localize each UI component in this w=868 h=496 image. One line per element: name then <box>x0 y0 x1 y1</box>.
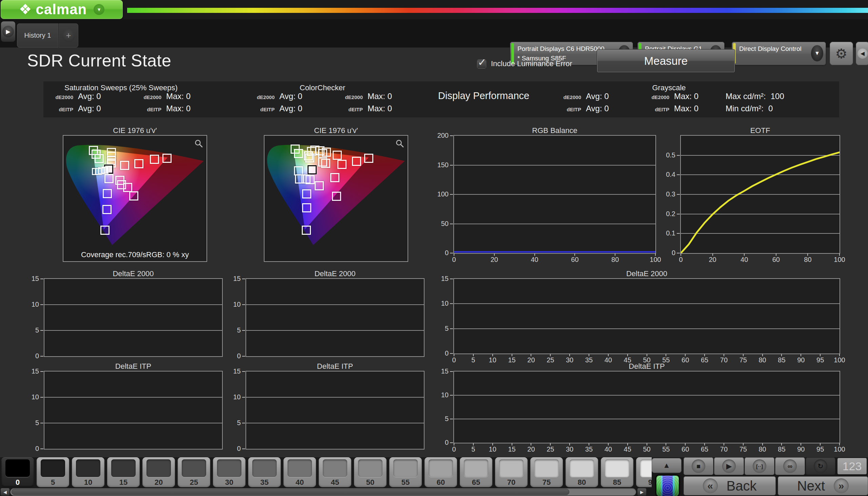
patch-30[interactable]: 30 <box>213 457 245 487</box>
loop-button[interactable]: ∞ <box>775 457 805 475</box>
patch-swatch <box>111 459 135 477</box>
x-tick-label: 20 <box>703 256 722 264</box>
x-tick-mark <box>704 354 705 356</box>
double-chevron-right-icon: » <box>834 478 849 493</box>
patch-90[interactable]: 90 <box>636 457 652 487</box>
y-tick-mark <box>242 397 245 398</box>
patch-60[interactable]: 60 <box>424 457 457 487</box>
patch-85[interactable]: 85 <box>601 457 633 487</box>
pattern-counter[interactable]: 123 <box>837 458 867 474</box>
stat-cell: dEITPAvg: 0 <box>51 104 101 113</box>
y-tick-mark <box>677 233 680 234</box>
chart-title: DeltaE 2000 <box>44 269 222 278</box>
min-cd-label: Min cd/m²: <box>726 104 763 113</box>
cie-target-square <box>120 161 129 170</box>
x-tick-mark <box>550 443 551 446</box>
patch-swatch <box>534 459 559 477</box>
stat-cell: dEITPAvg: 0 <box>252 104 303 113</box>
metric-label: dEITP <box>139 107 161 112</box>
patch-scrollbar-thumb[interactable] <box>12 489 569 495</box>
patch-swatch <box>640 459 652 477</box>
x-tick-label: 15 <box>502 446 521 453</box>
calman-menu-button[interactable]: ❖ calman ▼ <box>1 0 123 19</box>
cie-target-square <box>352 157 361 166</box>
patch-0[interactable]: 0 <box>1 457 34 487</box>
patch-10[interactable]: 10 <box>72 457 105 487</box>
x-tick-mark <box>454 354 454 356</box>
patch-panel-expand-button[interactable]: ▲ <box>652 458 681 473</box>
zoom-magnifier-icon[interactable] <box>395 139 404 148</box>
step-button[interactable]: [··] <box>744 457 774 475</box>
patch-75[interactable]: 75 <box>530 457 563 487</box>
measure-button[interactable]: Measure <box>597 49 735 73</box>
layout-expand-button[interactable]: ▶ <box>1 21 15 42</box>
x-tick-mark <box>781 354 782 356</box>
y-tick-mark <box>450 419 453 419</box>
x-tick-mark <box>807 253 808 256</box>
y-tick-label: 5 <box>24 326 39 334</box>
x-tick-mark <box>569 443 570 446</box>
patch-label: 70 <box>495 478 528 487</box>
cie-target-square <box>321 159 330 168</box>
patch-20[interactable]: 20 <box>142 457 175 487</box>
patch-label: 80 <box>565 478 598 487</box>
scroll-left-button[interactable]: ◀ <box>1 488 10 496</box>
patch-5[interactable]: 5 <box>37 457 69 487</box>
gridline <box>246 304 424 305</box>
add-tab-button[interactable]: + <box>59 24 78 47</box>
play-button[interactable]: ▶ <box>714 457 744 475</box>
zoom-magnifier-icon[interactable] <box>194 139 203 148</box>
patch-15[interactable]: 15 <box>107 457 140 487</box>
y-tick-label: 0.3 <box>660 190 675 198</box>
x-tick-mark <box>494 253 495 256</box>
settings-button[interactable]: ⚙ <box>830 42 853 65</box>
patch-80[interactable]: 80 <box>565 457 598 487</box>
y-tick-mark <box>450 371 453 372</box>
x-tick-mark <box>512 443 512 446</box>
x-tick-label: 100 <box>646 256 665 264</box>
x-tick-label: 0 <box>671 256 690 264</box>
calman-window: ❖ calman ▼ ▶ History 1 + Portrait Displa… <box>0 0 868 496</box>
chart-title: CIE 1976 u'v' <box>264 126 407 135</box>
patch-35[interactable]: 35 <box>248 457 281 487</box>
cie-target-square <box>294 166 303 175</box>
scroll-right-button[interactable]: ▶ <box>638 488 646 496</box>
display-control-dropdown[interactable]: Direct Display Control ▼ <box>732 42 826 65</box>
x-tick-label: 75 <box>734 446 753 453</box>
patch-40[interactable]: 40 <box>284 457 316 487</box>
next-button[interactable]: Next » <box>778 476 868 495</box>
chart-title: DeltaE ITP <box>44 362 222 371</box>
stop-button[interactable]: ■ <box>684 457 713 475</box>
y-tick-label: 10 <box>434 391 449 399</box>
refresh-button[interactable]: ↻ <box>806 457 835 475</box>
patch-50[interactable]: 50 <box>354 457 387 487</box>
metric-label: dE2000 <box>139 94 161 100</box>
back-button[interactable]: « Back <box>684 476 776 495</box>
y-tick-label: 0.2 <box>660 210 675 218</box>
patch-label: 5 <box>37 478 69 487</box>
x-tick-mark <box>724 443 724 446</box>
y-tick-mark <box>41 356 44 357</box>
refresh-icon: ↻ <box>814 459 827 473</box>
x-tick-label: 80 <box>798 256 817 264</box>
x-tick-label: 95 <box>811 446 830 453</box>
patch-55[interactable]: 55 <box>389 457 422 487</box>
x-tick-mark <box>704 443 705 446</box>
x-tick-label: 0 <box>445 446 464 453</box>
stat-cell: dEITPMax: 0 <box>139 104 191 113</box>
chevron-down-icon[interactable]: ▼ <box>94 4 105 15</box>
patch-25[interactable]: 25 <box>178 457 210 487</box>
patch-70[interactable]: 70 <box>495 457 528 487</box>
y-tick-mark <box>242 279 245 279</box>
cie-target-square <box>305 175 315 184</box>
patch-swatch <box>76 459 100 477</box>
collapse-panel-button[interactable]: ◀ <box>856 42 868 65</box>
tab-history-1[interactable]: History 1 <box>17 24 58 47</box>
include-luminance-checkbox[interactable]: ✓ <box>477 60 486 68</box>
patch-45[interactable]: 45 <box>319 457 351 487</box>
metric-label: dE2000 <box>647 94 669 100</box>
patch-65[interactable]: 65 <box>460 457 492 487</box>
gear-icon: ⚙ <box>835 46 848 61</box>
cie-target-square <box>304 151 313 160</box>
pattern-window-thumbnail[interactable] <box>655 474 680 496</box>
